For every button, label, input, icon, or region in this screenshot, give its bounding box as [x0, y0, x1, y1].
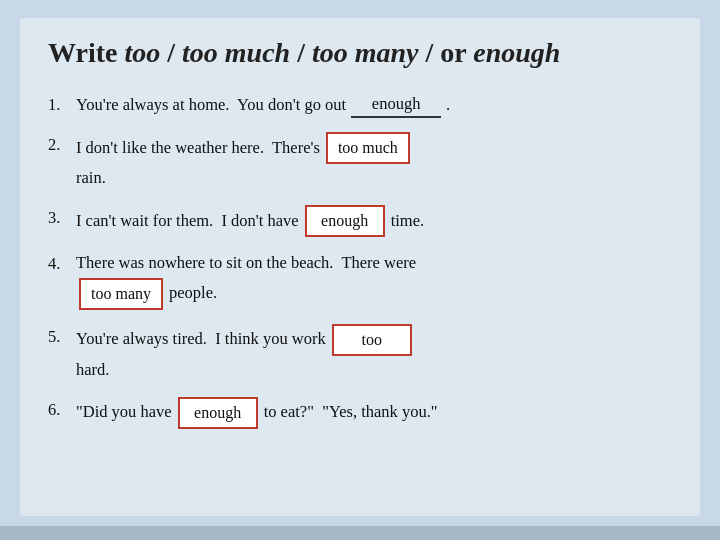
- page-title: Write too / too much / too many / or eno…: [48, 36, 672, 70]
- main-card: Write too / too much / too many / or eno…: [20, 18, 700, 516]
- exercise-text-6: "Did you have enough to eat?" "Yes, than…: [76, 397, 672, 429]
- ex4-answer: too many: [79, 278, 163, 310]
- ex5-before: You're always tired. I think you work: [76, 327, 326, 352]
- ex6-after: to eat?" "Yes, thank you.": [264, 400, 438, 425]
- exercise-text-3: I can't wait for them. I don't have enou…: [76, 205, 672, 237]
- exercise-item-3: I can't wait for them. I don't have enou…: [48, 205, 672, 237]
- ex1-answer: enough: [351, 92, 441, 119]
- ex4-before: There was nowhere to sit on the beach. T…: [76, 251, 416, 276]
- ex4-line2: too many people.: [76, 278, 672, 310]
- title-too: too: [124, 37, 160, 68]
- ex2-answer: too much: [326, 132, 410, 164]
- ex3-before: I can't wait for them. I don't have: [76, 209, 299, 234]
- exercise-item-4: There was nowhere to sit on the beach. T…: [48, 251, 672, 310]
- ex2-after: rain.: [76, 166, 106, 191]
- ex3-answer: enough: [305, 205, 385, 237]
- title-prefix: Write: [48, 37, 124, 68]
- exercise-item-2: I don't like the weather here. There's t…: [48, 132, 672, 191]
- title-slash1: /: [160, 37, 182, 68]
- ex5-answer: too: [332, 324, 412, 356]
- exercise-text-2: I don't like the weather here. There's t…: [76, 132, 672, 191]
- title-too-many: too many: [312, 37, 419, 68]
- ex6-before: "Did you have: [76, 400, 172, 425]
- exercise-text-5: You're always tired. I think you work to…: [76, 324, 672, 383]
- bottom-bar: [0, 526, 720, 540]
- title-slash2: /: [290, 37, 312, 68]
- exercise-text-1: You're always at home. You don't go out …: [76, 92, 672, 119]
- ex2-line1: I don't like the weather here. There's t…: [76, 132, 672, 164]
- title-enough: enough: [473, 37, 560, 68]
- exercises-list: You're always at home. You don't go out …: [48, 92, 672, 429]
- exercise-item-1: You're always at home. You don't go out …: [48, 92, 672, 119]
- title-too-much: too much: [182, 37, 290, 68]
- ex4-after: people.: [169, 281, 217, 306]
- ex5-line1: You're always tired. I think you work to…: [76, 324, 672, 356]
- ex1-after: .: [446, 93, 450, 118]
- ex2-line2: rain.: [76, 166, 672, 191]
- ex1-before: You're always at home. You don't go out: [76, 93, 346, 118]
- ex5-line2: hard.: [76, 358, 672, 383]
- title-slash3: /: [419, 37, 441, 68]
- ex5-after: hard.: [76, 358, 109, 383]
- title-or: or: [440, 37, 466, 68]
- exercise-item-6: "Did you have enough to eat?" "Yes, than…: [48, 397, 672, 429]
- ex3-after: time.: [391, 209, 424, 234]
- ex4-line1: There was nowhere to sit on the beach. T…: [76, 251, 672, 276]
- exercise-item-5: You're always tired. I think you work to…: [48, 324, 672, 383]
- ex6-answer: enough: [178, 397, 258, 429]
- ex2-before: I don't like the weather here. There's: [76, 136, 320, 161]
- exercise-text-4: There was nowhere to sit on the beach. T…: [76, 251, 672, 310]
